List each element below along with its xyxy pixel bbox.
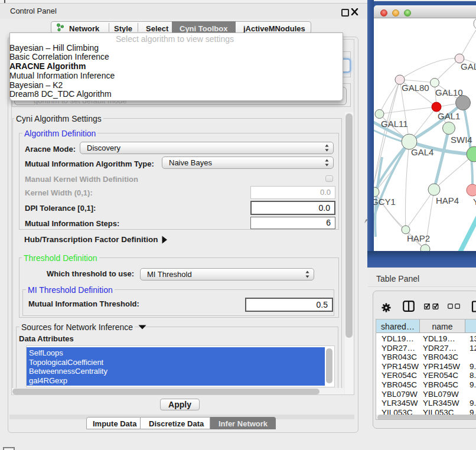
svg-text:GAL: GAL: [461, 61, 476, 71]
svg-text:HAP4: HAP4: [436, 195, 459, 206]
svg-text:GCY1: GCY1: [374, 197, 396, 207]
svg-text:Y: Y: [473, 197, 476, 207]
svg-text:HAP2: HAP2: [407, 233, 430, 243]
svg-text:GAL4: GAL4: [411, 147, 433, 157]
svg-text:SWI4: SWI4: [451, 135, 472, 145]
svg-text:GAL80: GAL80: [402, 83, 429, 93]
svg-text:GAL1: GAL1: [438, 111, 460, 121]
svg-text:GAL11: GAL11: [381, 119, 408, 129]
svg-text:GAL10: GAL10: [435, 87, 463, 97]
